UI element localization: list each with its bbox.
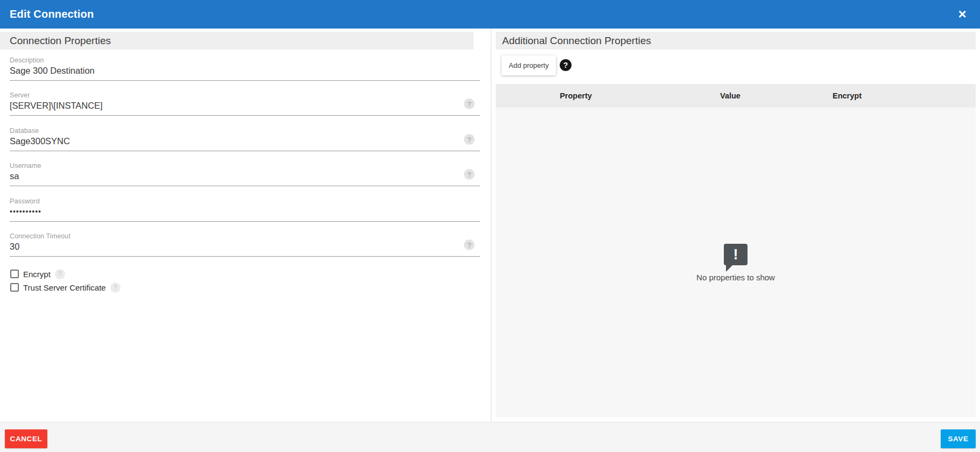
- empty-state-message: No properties to show: [496, 273, 976, 282]
- field-database: Database ?: [10, 127, 480, 152]
- save-button[interactable]: SAVE: [941, 429, 976, 448]
- trust-server-certificate-help-icon[interactable]: ?: [110, 282, 121, 293]
- properties-table-body: ! No properties to show: [496, 108, 976, 417]
- column-header-encrypt: Encrypt: [805, 91, 890, 100]
- field-username: Username ?: [10, 162, 480, 187]
- database-input[interactable]: [10, 135, 480, 151]
- field-label-username: Username: [10, 162, 480, 170]
- cancel-button[interactable]: CANCEL: [5, 429, 47, 448]
- left-section-header: Connection Properties: [0, 32, 474, 50]
- alert-bubble-icon-tail: [726, 265, 733, 272]
- right-section-title: Additional Connection Properties: [502, 35, 651, 47]
- username-help-icon[interactable]: ?: [464, 169, 475, 180]
- encrypt-checkbox-row: Encrypt ?: [10, 269, 65, 279]
- edit-connection-dialog: Edit Connection × Connection Properties …: [0, 0, 980, 452]
- trust-server-certificate-checkbox-row: Trust Server Certificate ?: [10, 282, 121, 293]
- field-connection-timeout: Connection Timeout ?: [10, 232, 480, 257]
- column-header-property: Property: [496, 91, 656, 100]
- password-input[interactable]: [10, 205, 480, 222]
- right-section-header: Additional Connection Properties: [496, 32, 976, 50]
- encrypt-checkbox-label: Encrypt: [23, 270, 51, 279]
- username-input[interactable]: [10, 170, 480, 186]
- field-password: Password: [10, 197, 480, 222]
- connection-timeout-input[interactable]: [10, 240, 480, 257]
- field-label-server: Server: [10, 91, 480, 99]
- description-input[interactable]: [10, 64, 480, 81]
- column-header-value: Value: [656, 91, 805, 100]
- add-property-help-icon[interactable]: ?: [560, 59, 572, 71]
- trust-server-certificate-checkbox-label: Trust Server Certificate: [23, 283, 106, 292]
- connection-timeout-help-icon[interactable]: ?: [464, 239, 475, 250]
- database-help-icon[interactable]: ?: [464, 134, 475, 145]
- dialog-titlebar: Edit Connection ×: [0, 0, 980, 29]
- trust-server-certificate-checkbox[interactable]: [10, 283, 19, 292]
- field-description: Description: [10, 56, 480, 81]
- dialog-footer: CANCEL SAVE: [0, 422, 980, 452]
- encrypt-checkbox[interactable]: [10, 270, 19, 278]
- encrypt-help-icon[interactable]: ?: [55, 269, 65, 279]
- server-input[interactable]: [10, 99, 480, 116]
- alert-bubble-icon: !: [724, 244, 748, 265]
- server-help-icon[interactable]: ?: [464, 98, 475, 109]
- properties-table-header: Property Value Encrypt: [496, 84, 976, 108]
- left-section-title: Connection Properties: [10, 35, 111, 47]
- add-property-button[interactable]: Add property: [502, 55, 556, 75]
- close-icon[interactable]: ×: [954, 6, 970, 22]
- field-label-password: Password: [10, 197, 480, 205]
- field-label-connection-timeout: Connection Timeout: [10, 232, 480, 240]
- dialog-title: Edit Connection: [0, 8, 94, 20]
- field-label-description: Description: [10, 56, 480, 64]
- panel-divider: [491, 29, 491, 422]
- field-label-database: Database: [10, 127, 480, 135]
- field-server: Server ?: [10, 91, 480, 116]
